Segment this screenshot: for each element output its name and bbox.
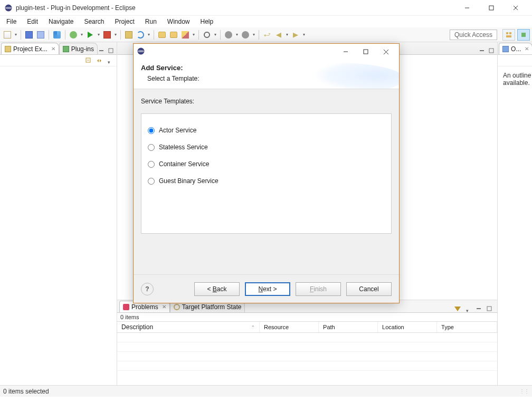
minimize-view-icon[interactable] — [98, 47, 105, 54]
finish-button[interactable]: Finish — [296, 282, 341, 296]
minimize-view-icon[interactable] — [475, 305, 482, 312]
dialog-minimize-button[interactable] — [336, 45, 356, 58]
cancel-button[interactable]: Cancel — [346, 282, 392, 296]
radio-input[interactable] — [148, 178, 155, 185]
svg-rect-3 — [489, 6, 493, 10]
radio-container-service[interactable]: Container Service — [148, 160, 385, 168]
plugin-icon — [63, 46, 69, 52]
new-button[interactable] — [2, 30, 13, 40]
menu-search[interactable]: Search — [80, 17, 108, 26]
project-explorer-body[interactable] — [0, 66, 117, 385]
menu-edit[interactable]: Edit — [23, 17, 42, 26]
maximize-editor-icon[interactable] — [488, 47, 495, 54]
maximize-view-icon[interactable] — [486, 305, 493, 312]
minimize-editor-icon[interactable] — [478, 47, 486, 54]
quick-access-field[interactable]: Quick Access — [450, 30, 497, 40]
column-resource[interactable]: Resource — [260, 322, 319, 332]
save-button[interactable] — [24, 30, 34, 40]
dropdown-arrow-icon[interactable]: ▾ — [113, 30, 118, 40]
tab-project-explorer[interactable]: Project Ex... ✕ — [1, 43, 59, 54]
svg-rect-10 — [99, 50, 103, 51]
menu-file[interactable]: File — [2, 17, 21, 26]
column-path[interactable]: Path — [319, 322, 378, 332]
close-icon[interactable]: ✕ — [525, 46, 529, 52]
tab-label: Plug-ins — [71, 45, 94, 53]
dropdown-arrow-icon[interactable]: ▾ — [80, 30, 84, 40]
close-icon[interactable]: ✕ — [162, 304, 166, 310]
menu-help[interactable]: Help — [196, 17, 218, 26]
nav-back-history[interactable]: ◀ — [273, 30, 284, 40]
dropdown-arrow-icon[interactable]: ▾ — [285, 30, 289, 40]
tab-plugins[interactable]: Plug-ins — [59, 43, 98, 54]
dropdown-arrow-icon[interactable]: ▾ — [213, 30, 217, 40]
dropdown-arrow-icon[interactable]: ▾ — [302, 30, 306, 40]
svg-rect-7 — [509, 32, 511, 34]
window-close-button[interactable] — [504, 1, 528, 15]
search-button[interactable] — [202, 30, 212, 40]
plugin-dev-perspective-button[interactable] — [517, 29, 530, 41]
right-tabstrip: O... ✕ T... — [498, 42, 532, 55]
next-annotation-button[interactable] — [240, 30, 251, 40]
radio-guest-binary-service[interactable]: Guest Binary Service — [148, 177, 385, 185]
open-task-button[interactable] — [168, 30, 179, 40]
tab-label: Project Ex... — [13, 45, 48, 53]
target-icon — [174, 304, 180, 310]
refresh-button[interactable] — [135, 30, 146, 40]
window-maximize-button[interactable] — [479, 1, 504, 15]
left-tabstrip: Project Ex... ✕ Plug-ins — [0, 42, 117, 55]
table-row — [117, 361, 497, 371]
dropdown-arrow-icon[interactable]: ▾ — [97, 30, 101, 40]
maximize-view-icon[interactable] — [107, 47, 115, 54]
radio-input[interactable] — [148, 144, 155, 151]
nav-back-button[interactable]: ⮐ — [262, 30, 272, 40]
radio-input[interactable] — [148, 161, 155, 168]
external-tools-button[interactable] — [102, 30, 112, 40]
radio-stateless-service[interactable]: Stateless Service — [148, 143, 385, 151]
dropdown-arrow-icon[interactable]: ▾ — [235, 30, 239, 40]
svg-point-1 — [5, 7, 12, 9]
menu-run[interactable]: Run — [141, 17, 161, 26]
prev-annotation-button[interactable] — [223, 30, 234, 40]
column-location[interactable]: Location — [378, 322, 437, 332]
dropdown-arrow-icon[interactable]: ▾ — [192, 30, 196, 40]
svg-rect-16 — [477, 308, 481, 309]
open-type-button[interactable] — [157, 30, 167, 40]
column-type[interactable]: Type — [437, 322, 497, 332]
help-button[interactable]: ? — [141, 283, 154, 295]
filter-icon[interactable] — [454, 305, 461, 312]
dialog-title: Add Service: — [141, 64, 392, 72]
radio-input[interactable] — [148, 127, 155, 134]
save-all-button[interactable] — [35, 30, 46, 40]
window-minimize-button[interactable] — [455, 1, 479, 15]
view-menu-icon[interactable] — [106, 57, 113, 64]
close-icon[interactable]: ✕ — [51, 46, 55, 52]
table-row — [117, 342, 497, 352]
collapse-all-icon[interactable] — [85, 57, 92, 64]
view-menu-icon[interactable] — [464, 305, 472, 312]
dialog-maximize-button[interactable] — [356, 45, 376, 58]
dropdown-arrow-icon[interactable]: ▾ — [147, 30, 151, 40]
svg-rect-9 — [521, 33, 526, 37]
edit-button[interactable] — [180, 30, 191, 40]
menu-project[interactable]: Project — [110, 17, 138, 26]
open-perspective-button[interactable] — [502, 29, 515, 41]
next-button[interactable]: Next > — [245, 282, 290, 296]
debug-button[interactable] — [68, 30, 79, 40]
menu-navigate[interactable]: Navigate — [44, 17, 78, 26]
dropdown-arrow-icon[interactable]: ▾ — [252, 30, 256, 40]
window-titlebar: plugin-test - Plug-in Development - Ecli… — [0, 0, 532, 16]
table-row — [117, 333, 497, 342]
column-description[interactable]: Description⌃ — [117, 322, 260, 332]
radio-actor-service[interactable]: Actor Service — [148, 127, 385, 134]
dropdown-arrow-icon[interactable]: ▾ — [14, 30, 18, 40]
outline-icon — [502, 46, 509, 52]
wand-button[interactable] — [52, 30, 62, 40]
open-plugin-artifact-button[interactable] — [124, 30, 134, 40]
nav-forward-button[interactable]: ▶ — [290, 30, 301, 40]
dialog-close-button[interactable] — [376, 45, 396, 58]
link-editor-icon[interactable] — [96, 57, 103, 64]
back-button[interactable]: < Back — [194, 282, 240, 296]
tab-outline[interactable]: O... ✕ — [499, 43, 532, 54]
run-button[interactable] — [85, 30, 96, 40]
menu-window[interactable]: Window — [163, 17, 194, 26]
